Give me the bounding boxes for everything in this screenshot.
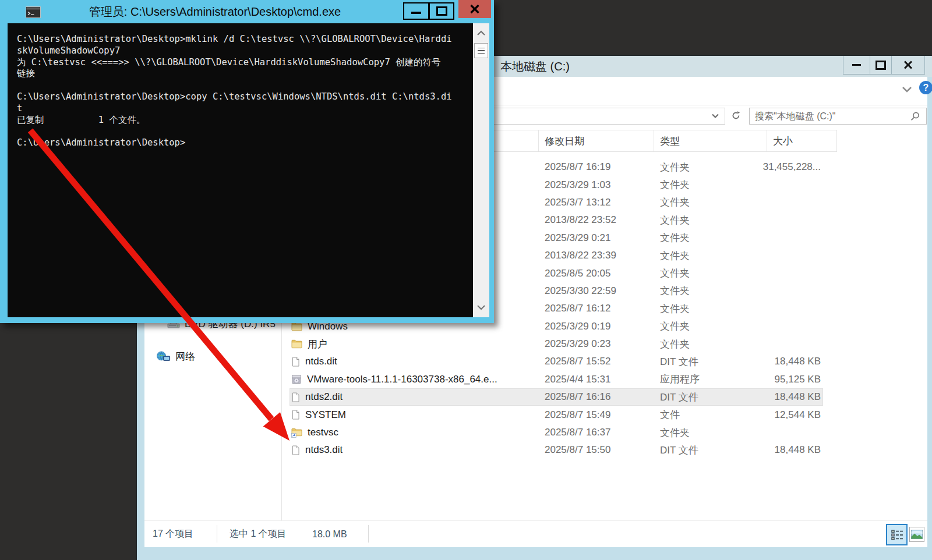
close-icon (903, 61, 913, 69)
type-cell: DIT 文件 (654, 441, 767, 459)
maximize-icon (436, 6, 447, 16)
file-row[interactable]: ntds.dit2025/8/7 15:52DIT 文件18,448 KB (281, 353, 837, 370)
size-cell (767, 194, 837, 211)
cmd-output-line: C:\Users\Administrator\Desktop> (17, 137, 473, 149)
date-modified-cell: 2025/3/29 0:23 (539, 335, 654, 353)
type-cell: 文件夹 (654, 229, 767, 247)
cmd-output-line: 链接 (17, 68, 473, 80)
size-cell (767, 300, 837, 317)
scroll-down-button[interactable] (473, 299, 489, 316)
scrollbar-thumb[interactable] (474, 43, 488, 58)
size-cell (767, 318, 837, 335)
date-modified-cell: 2025/3/29 0:21 (539, 229, 654, 247)
type-cell: 应用程序 (654, 371, 767, 388)
file-icon (291, 410, 300, 420)
explorer-maximize-button[interactable] (870, 56, 891, 74)
refresh-button[interactable] (728, 108, 743, 123)
search-input[interactable] (750, 111, 910, 122)
file-row[interactable]: 用户2025/3/29 0:23文件夹 (281, 335, 837, 353)
cmd-output-line: 为 C:\testvsc <<===>> \\?\GLOBALROOT\Devi… (17, 57, 473, 69)
file-icon (291, 357, 300, 367)
cmd-title-bar[interactable]: 管理员: C:\Users\Administrator\Desktop\cmd.… (0, 0, 494, 23)
size-cell: 95,125 KB (767, 371, 837, 388)
status-bar: 17 个项目 选中 1 个项目 18.0 MB (144, 520, 927, 547)
date-modified-cell: 2025/8/7 16:37 (539, 424, 654, 441)
file-icon (291, 445, 300, 455)
scroll-up-button[interactable] (473, 24, 489, 42)
date-modified-cell: 2025/8/7 16:19 (539, 158, 654, 176)
ribbon-expand-chevron-icon[interactable] (900, 84, 914, 95)
help-icon[interactable]: ? (919, 81, 932, 94)
network-icon (156, 351, 171, 362)
file-name: ntds3.dit (305, 444, 343, 456)
cmd-minimize-button[interactable] (403, 2, 429, 20)
status-separator (368, 525, 369, 543)
search-box[interactable] (749, 108, 927, 125)
type-cell: 文件夹 (654, 300, 767, 317)
name-cell: 用户 (281, 335, 539, 353)
type-cell: 文件夹 (654, 176, 767, 193)
column-header-type[interactable]: 类型 (654, 130, 767, 151)
folder-icon (291, 339, 302, 349)
details-view-icon (891, 529, 903, 541)
column-header-size[interactable]: 大小 (767, 130, 837, 151)
minimize-icon (852, 64, 861, 66)
explorer-minimize-button[interactable] (843, 56, 870, 74)
file-row[interactable]: ntds3.dit2025/8/7 15:50DIT 文件18,448 KB (281, 441, 837, 459)
size-cell (767, 282, 837, 300)
status-separator (217, 525, 217, 543)
details-view-button[interactable] (886, 524, 908, 545)
file-name: testvsc (308, 427, 338, 438)
cmd-output-line: C:\Users\Administrator\Desktop>mklink /d… (17, 34, 473, 45)
cmd-output-area[interactable]: C:\Users\Administrator\Desktop>mklink /d… (8, 23, 473, 317)
file-row[interactable]: ntds2.dit2025/8/7 16:16DIT 文件18,448 KB (281, 388, 837, 406)
date-modified-cell: 2025/8/7 15:52 (539, 353, 654, 370)
search-icon[interactable] (910, 111, 920, 122)
date-modified-cell: 2025/8/7 15:49 (539, 406, 654, 423)
type-cell: 文件 (654, 406, 767, 423)
type-cell: DIT 文件 (654, 353, 767, 370)
file-row[interactable]: SYSTEM2025/8/7 15:49文件12,544 KB (281, 406, 837, 423)
date-modified-cell: 2025/3/7 13:12 (539, 194, 654, 211)
type-cell: DIT 文件 (654, 388, 767, 406)
minimize-icon (411, 12, 421, 14)
refresh-icon (731, 111, 741, 120)
explorer-window-controls (843, 56, 925, 75)
name-cell: ntds2.dit (281, 388, 539, 406)
selection-size: 18.0 MB (312, 521, 347, 547)
size-cell: 12,544 KB (767, 406, 837, 423)
size-cell (767, 211, 837, 229)
date-modified-cell: 2025/8/7 16:12 (539, 300, 654, 317)
cmd-scrollbar[interactable] (473, 23, 489, 317)
cmd-close-button[interactable] (458, 0, 491, 18)
type-cell: 文件夹 (654, 424, 767, 441)
cmd-maximize-button[interactable] (429, 2, 454, 20)
type-cell: 文件夹 (654, 318, 767, 335)
size-cell (767, 424, 837, 441)
type-cell: 文件夹 (654, 194, 767, 211)
folder-icon (291, 322, 302, 331)
size-cell: 18,448 KB (767, 388, 837, 406)
sidebar-item[interactable]: 网络 (144, 348, 281, 365)
file-name: ntds2.dit (305, 391, 343, 403)
address-dropdown-chevron-icon[interactable] (711, 113, 720, 119)
cmd-output-line (17, 126, 473, 137)
file-row[interactable]: testvsc2025/8/7 16:37文件夹 (281, 424, 837, 441)
chevron-down-icon (476, 304, 486, 310)
size-cell (767, 264, 837, 282)
date-modified-cell: 2025/8/5 20:05 (539, 264, 654, 282)
type-cell: 文件夹 (654, 282, 767, 300)
date-modified-cell: 2013/8/22 23:39 (539, 247, 654, 264)
thumbnail-view-button[interactable] (909, 527, 924, 542)
size-cell: 18,448 KB (767, 441, 837, 459)
explorer-close-button[interactable] (891, 56, 925, 74)
file-row[interactable]: VMware-tools-11.1.1-16303738-x86_64.e...… (281, 371, 837, 388)
column-header-date[interactable]: 修改日期 (539, 130, 654, 151)
type-cell: 文件夹 (654, 211, 767, 229)
date-modified-cell: 2025/3/30 22:59 (539, 282, 654, 300)
cmd-output-line: 已复制 1 个文件。 (17, 115, 473, 126)
size-cell (767, 176, 837, 193)
name-cell: ntds.dit (281, 353, 539, 370)
file-name: ntds.dit (305, 356, 337, 367)
file-name: VMware-tools-11.1.1-16303738-x86_64.e... (307, 374, 497, 385)
